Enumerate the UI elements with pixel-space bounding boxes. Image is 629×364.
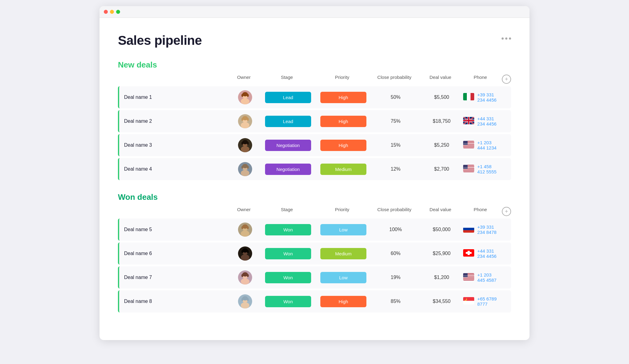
col-add: + [499, 75, 511, 84]
avatar [230, 114, 260, 128]
avatar [230, 223, 260, 237]
col-phone: Phone [462, 75, 499, 84]
svg-rect-42 [463, 170, 474, 171]
priority-cell: High [316, 296, 371, 307]
close-button[interactable] [104, 10, 108, 14]
stage-cell: Won [260, 272, 316, 283]
phone-link[interactable]: +44 331 234 4456 [477, 116, 499, 126]
flag-icon [463, 93, 474, 102]
priority-cell: High [316, 140, 371, 151]
close-probability: 15% [371, 142, 420, 148]
deal-name: Deal name 1 [119, 95, 230, 100]
new-deals-section: New deals Owner Stage Priority Close pro… [118, 60, 511, 180]
phone-cell: +44 331 234 4456 [463, 248, 499, 259]
stage-cell: Lead [260, 92, 316, 103]
deal-value: $5,500 [420, 95, 463, 100]
deal-value: $18,750 [420, 118, 463, 124]
priority-cell: High [316, 92, 371, 103]
svg-point-48 [241, 230, 249, 237]
new-deals-table: Owner Stage Priority Close probability D… [118, 75, 511, 180]
won-deals-add-button[interactable]: + [502, 207, 511, 216]
svg-point-84 [247, 298, 249, 301]
won-deals-title: Won deals [118, 192, 158, 202]
priority-badge: Low [320, 272, 366, 283]
svg-rect-54 [463, 230, 474, 233]
svg-rect-6 [463, 93, 467, 100]
svg-rect-27 [463, 146, 474, 147]
priority-badge: Low [320, 224, 366, 235]
table-row: Deal name 6 Won Medium 60% $25,900 +44 [118, 242, 511, 265]
svg-rect-7 [467, 93, 471, 100]
phone-link[interactable]: +1 458 412 5555 [477, 164, 499, 174]
deal-value: $1,200 [420, 275, 463, 280]
svg-point-20 [241, 142, 243, 145]
new-deals-rows: Deal name 1 Lead High 50% $5,500 +39 3 [118, 86, 511, 180]
avatar [230, 138, 260, 152]
phone-link[interactable]: +44 331 234 4456 [477, 248, 499, 259]
svg-point-81 [241, 302, 249, 308]
stage-cell: Lead [260, 116, 316, 127]
svg-rect-41 [463, 169, 474, 169]
phone-cell: +39 331 234 4456 [463, 92, 499, 103]
won-col-stage: Stage [259, 207, 314, 216]
table-row: Deal name 8 Won High 85% $34,550 🌙 +65 [118, 290, 511, 312]
deal-value: $25,900 [420, 251, 463, 256]
stage-badge: Won [265, 272, 311, 283]
phone-link[interactable]: +39 331 234 8478 [477, 224, 499, 235]
maximize-button[interactable] [116, 10, 120, 14]
page-header: Sales pipeline [118, 33, 511, 48]
more-dot-3 [509, 37, 511, 40]
won-deals-table: Owner Stage Priority Close probability D… [118, 207, 511, 312]
table-row: Deal name 5 Won Low 100% $50,000 +39 3 [118, 219, 511, 241]
flag-icon [463, 225, 474, 234]
priority-cell: Low [316, 224, 371, 235]
avatar [230, 90, 260, 104]
phone-cell: ★★★★★★★★★★★★★★★★★★★★★★★★★★★★★★★★★★★★★★★★… [463, 164, 499, 174]
svg-point-51 [247, 226, 249, 229]
new-deals-title: New deals [118, 60, 157, 70]
stage-badge: Lead [265, 92, 311, 103]
new-deals-add-button[interactable]: + [502, 75, 511, 84]
flag-icon: ★★★★★★★★★★★★★★★★★★★★★★★★★★★★★★★★★★★★★★★★… [463, 273, 474, 282]
minimize-button[interactable] [110, 10, 114, 14]
stage-cell: Negotiation [260, 140, 316, 151]
phone-link[interactable]: +65 6789 8777 [477, 296, 499, 307]
priority-badge: Medium [320, 248, 366, 259]
won-col-add: + [499, 207, 511, 216]
table-row: Deal name 1 Lead High 50% $5,500 +39 3 [118, 86, 511, 108]
page-title: Sales pipeline [118, 33, 202, 48]
flag-icon [463, 249, 474, 258]
deal-value: $2,700 [420, 166, 463, 172]
stage-badge: Negotiation [265, 140, 311, 151]
svg-point-57 [241, 254, 249, 261]
priority-badge: High [320, 116, 366, 127]
svg-rect-86 [463, 301, 474, 304]
phone-link[interactable]: +1 203 445 4587 [477, 272, 499, 283]
svg-text:★★★★★★★★★★★★★★★★★★★★★★★★★★★★★★: ★★★★★★★★★★★★★★★★★★★★★★★★★★★★★★★★★★★★★★★★… [463, 167, 474, 168]
more-dot-2 [505, 37, 507, 40]
deal-name: Deal name 8 [119, 299, 230, 304]
phone-link[interactable]: +39 331 234 4456 [477, 92, 499, 103]
deal-name: Deal name 3 [119, 142, 230, 148]
more-options-button[interactable] [502, 37, 511, 40]
close-probability: 60% [371, 251, 420, 256]
table-row: Deal name 2 Lead High 75% $18,750 [118, 110, 511, 132]
svg-rect-75 [463, 278, 474, 279]
priority-badge: High [320, 296, 366, 307]
flag-icon [463, 117, 474, 126]
svg-rect-52 [463, 225, 474, 228]
svg-point-69 [247, 274, 249, 277]
priority-cell: Medium [316, 164, 371, 175]
deal-name: Deal name 7 [119, 275, 230, 280]
won-col-deal-name [118, 207, 229, 216]
close-probability: 12% [371, 166, 420, 172]
svg-text:🌙: 🌙 [464, 298, 467, 301]
svg-point-35 [241, 166, 243, 169]
stage-badge: Won [265, 248, 311, 259]
won-col-phone: Phone [462, 207, 499, 216]
deal-value: $5,250 [420, 142, 463, 148]
table-row: Deal name 4 Negotiation Medium 12% $2,70… [118, 158, 511, 180]
won-col-deal-value: Deal value [419, 207, 462, 216]
phone-cell: +39 331 234 8478 [463, 224, 499, 235]
phone-link[interactable]: +1 203 444 1234 [477, 140, 499, 150]
